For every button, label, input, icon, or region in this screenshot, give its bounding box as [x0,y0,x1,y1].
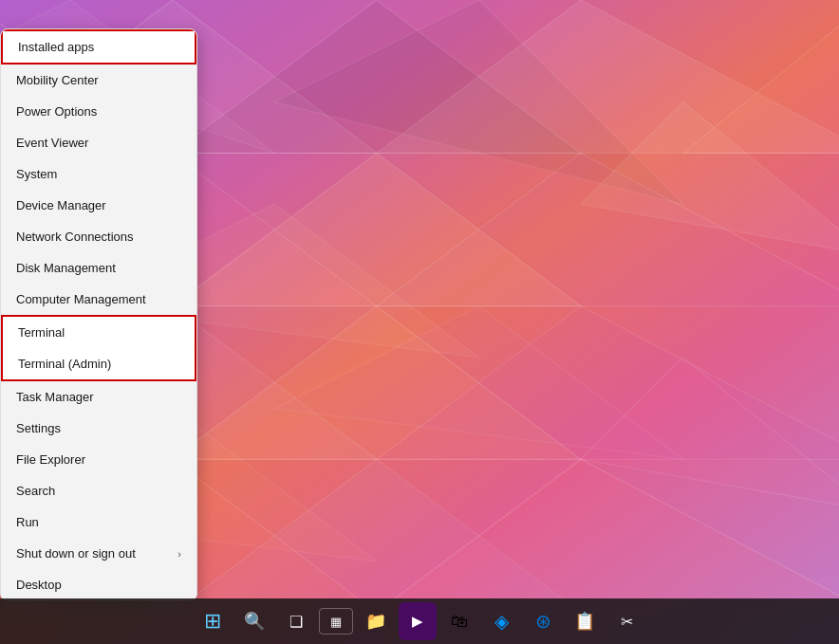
store-button[interactable]: 🛍 [440,602,478,640]
taskbar-icons: ⊞ 🔍 ❑ ▦ 📁 ▶ 🛍 ◈ ⊛ 📋 ✂ [194,602,645,640]
file-explorer-button[interactable]: 📁 [357,602,395,640]
widgets-button[interactable]: ▦ [319,608,353,635]
edge-button[interactable]: ◈ [482,602,520,640]
menu-item-desktop-item[interactable]: Desktop [1,569,196,600]
menu-item-network-connections[interactable]: Network Connections [1,221,196,252]
menu-item-run[interactable]: Run [1,506,196,538]
menu-item-event-viewer[interactable]: Event Viewer [1,127,196,158]
menu-item-file-explorer[interactable]: File Explorer [1,444,196,475]
terminal-button[interactable]: ▶ [399,602,437,640]
snip-button[interactable]: ✂ [607,602,645,640]
menu-item-mobility-center[interactable]: Mobility Center [1,64,196,96]
notepad-button[interactable]: 📋 [566,602,604,640]
task-view-button[interactable]: ❑ [277,602,315,640]
menu-item-system[interactable]: System [1,158,196,190]
menu-item-search[interactable]: Search [1,475,196,506]
menu-item-computer-management[interactable]: Computer Management [1,284,196,315]
submenu-arrow-icon: › [177,548,181,560]
menu-item-disk-management[interactable]: Disk Management [1,252,196,284]
taskbar: ⊞ 🔍 ❑ ▦ 📁 ▶ 🛍 ◈ ⊛ 📋 ✂ [0,598,839,644]
start-button[interactable]: ⊞ [194,602,232,640]
context-menu: Installed appsMobility CenterPower Optio… [0,28,197,601]
search-button[interactable]: 🔍 [235,602,273,640]
menu-item-installed-apps[interactable]: Installed apps [1,29,196,64]
edge-alt-button[interactable]: ⊛ [524,602,562,640]
menu-item-task-manager[interactable]: Task Manager [1,381,196,413]
menu-item-shut-down[interactable]: Shut down or sign out› [1,538,196,569]
menu-item-settings[interactable]: Settings [1,413,196,444]
menu-item-power-options[interactable]: Power Options [1,96,196,127]
menu-item-terminal-admin[interactable]: Terminal (Admin) [1,348,196,381]
menu-item-device-manager[interactable]: Device Manager [1,190,196,221]
menu-item-terminal[interactable]: Terminal [1,315,196,348]
